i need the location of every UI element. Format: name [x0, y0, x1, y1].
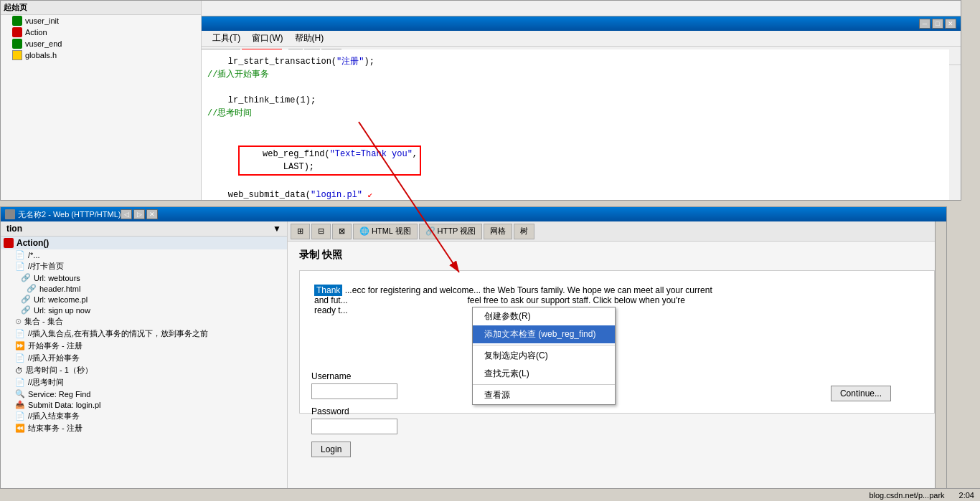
btree-homepage-label: //打卡首页	[28, 261, 64, 272]
web-content-top: Thank ...ecc for registering and welcome…	[314, 285, 920, 315]
http-view-btn[interactable]: 🔗 HTTP 视图	[419, 224, 483, 239]
start-trans-icon: ⏩	[15, 341, 25, 350]
doc-icon: 📄	[15, 250, 25, 259]
username-label: Username	[311, 371, 397, 381]
menu-window[interactable]: 窗口(W)	[246, 31, 288, 46]
context-create-param[interactable]: 创建参数(R)	[473, 307, 615, 325]
html-icon-btn[interactable]: ⊞	[291, 224, 310, 239]
tree-vuser-init[interactable]: vuser_init	[1, 15, 201, 27]
submit-icon: 📤	[15, 400, 25, 409]
username-field: Username	[311, 371, 397, 399]
web-page-area: Thank ...ecc for registering and welcome…	[299, 270, 935, 414]
menu-help[interactable]: 帮助(H)	[289, 31, 330, 46]
btree-comment4[interactable]: 📄 //思考时间	[1, 376, 287, 388]
btree-rendezvous-label: 集合 - 集合	[24, 316, 63, 327]
tree-globals[interactable]: globals.h	[1, 49, 201, 61]
bottom-panel-title: tion	[6, 224, 22, 234]
btree-end-trans-label: 结束事务 - 注册	[28, 423, 83, 434]
code-editor[interactable]: lr_start_transaction("注册"); //插入开始事务 lr_…	[202, 49, 949, 200]
bottom-titlebar: 无名称2 - Web (HTTP/HTML) ◁ ▷ ✕	[1, 207, 946, 221]
btree-comment2-label: //插入集合点,在有插入事务的情况下，放到事务之前	[28, 328, 208, 339]
bottom-title: 无名称2 - Web (HTTP/HTML)	[18, 209, 121, 220]
context-view-source[interactable]: 查看源	[473, 386, 615, 404]
btree-rendezvous[interactable]: ⊙ 集合 - 集合	[1, 315, 287, 328]
bottom-right-panel: ⊞ ⊟ ⊠ 🌐 HTML 视图 🔗 HTTP 视图 网格 树 录制 快照 Tha…	[288, 221, 946, 500]
btree-signup-label: Url: sign up now	[34, 306, 90, 315]
btree-comment[interactable]: 📄 /*...	[1, 249, 287, 260]
btree-start-trans[interactable]: ⏩ 开始事务 - 注册	[1, 340, 287, 352]
context-copy[interactable]: 复制选定内容(C)	[473, 347, 615, 365]
comment-icon-5: 📄	[15, 411, 25, 421]
login-form: Username Password Login	[311, 371, 397, 457]
recording-title: 录制 快照	[299, 249, 935, 262]
btree-reg-find[interactable]: 🔍 Service: Reg Find	[1, 388, 287, 399]
username-input[interactable]	[311, 383, 397, 399]
password-input[interactable]	[311, 419, 397, 434]
url-icon-4: 🔗	[21, 305, 31, 315]
comment-icon-3: 📄	[15, 353, 25, 363]
titlebar-buttons: ─ □ ✕	[919, 19, 956, 29]
action-icon	[12, 27, 22, 37]
btree-think[interactable]: ⏱ 思考时间 - 1（秒）	[1, 364, 287, 376]
btree-welcome-label: Url: welcome.pl	[34, 295, 88, 304]
action-label: Action()	[17, 238, 49, 248]
globals-label: globals.h	[25, 51, 57, 59]
btree-comment5-label: //插入结束事务	[28, 411, 80, 421]
code-line-3	[207, 81, 943, 94]
close-btn[interactable]: ✕	[945, 19, 956, 29]
end-trans-icon: ⏪	[15, 424, 25, 433]
btree-welcome[interactable]: 🔗 Url: welcome.pl	[1, 294, 287, 305]
think-icon: ⏱	[15, 366, 23, 375]
web-text-area: Thank ...ecc for registering and welcome…	[314, 285, 920, 315]
continue-area: Continue...	[831, 386, 891, 401]
vuser-end-label: vuser_end	[25, 39, 62, 48]
bottom-close-btn[interactable]: ✕	[146, 209, 158, 219]
tree-tab-btn[interactable]: 树	[514, 224, 534, 239]
web-body-text3: ready t...	[314, 305, 348, 315]
continue-button[interactable]: Continue...	[831, 386, 891, 401]
bottom-prev-btn[interactable]: ◁	[121, 209, 132, 219]
code-line-5: //思考时间	[207, 107, 943, 120]
bottom-right-toolbar: ⊞ ⊟ ⊠ 🌐 HTML 视图 🔗 HTTP 视图 网格 树	[288, 221, 946, 242]
vuser-init-label: vuser_init	[25, 16, 59, 25]
btree-header[interactable]: 🔗 header.html	[1, 283, 287, 294]
vuser-init-icon	[12, 16, 22, 26]
btree-signup[interactable]: 🔗 Url: sign up now	[1, 305, 287, 315]
btree-webtours[interactable]: 🔗 Url: webtours	[1, 272, 287, 283]
btree-reg-find-label: Service: Reg Find	[28, 390, 90, 399]
url-icon-1: 🔗	[21, 273, 31, 282]
btree-comment2[interactable]: 📄 //插入集合点,在有插入事务的情况下，放到事务之前	[1, 328, 287, 340]
context-add-check[interactable]: 添加文本检查 (web_reg_find)	[473, 325, 615, 343]
btree-comment3[interactable]: 📄 //插入开始事务	[1, 352, 287, 364]
bottom-next-btn[interactable]: ▷	[133, 209, 145, 219]
top-left-header: 起始页	[1, 1, 201, 15]
html-view-btn[interactable]: 🌐 HTML 视图	[353, 224, 418, 239]
btree-think-label: 思考时间 - 1（秒）	[26, 365, 93, 376]
grid-btn[interactable]: 网格	[484, 224, 512, 239]
btree-submit[interactable]: 📤 Submit Data: login.pl	[1, 399, 287, 410]
tree-vuser-end[interactable]: vuser_end	[1, 38, 201, 49]
minimize-btn[interactable]: ─	[919, 19, 930, 29]
password-label: Password	[311, 406, 397, 416]
menu-tools[interactable]: 工具(T)	[207, 31, 246, 46]
bottom-window: 无名称2 - Web (HTTP/HTML) ◁ ▷ ✕ tion ▼ Acti…	[0, 206, 947, 501]
bottom-left-panel: tion ▼ Action() 📄 /*... 📄 //打卡首页 🔗 Url: …	[1, 221, 288, 500]
context-sep1	[473, 345, 615, 345]
context-find[interactable]: 查找元素(L)	[473, 365, 615, 383]
btree-comment5[interactable]: 📄 //插入结束事务	[1, 410, 287, 422]
html-icon-btn3[interactable]: ⊠	[332, 224, 352, 239]
code-line-4: lr_think_time(1);	[207, 94, 943, 107]
code-line-1: lr_start_transaction("注册");	[207, 55, 943, 68]
html-icon-btn2[interactable]: ⊟	[311, 224, 331, 239]
rendezvous-icon: ⊙	[15, 317, 22, 326]
bottom-scrollbar-v[interactable]	[935, 221, 946, 500]
tree-action[interactable]: Action	[1, 27, 201, 38]
btree-comment4-label: //思考时间	[28, 377, 64, 388]
dropdown-icon[interactable]: ▼	[273, 224, 281, 234]
context-sep2	[473, 384, 615, 385]
vuser-end-icon	[12, 39, 22, 49]
login-button[interactable]: Login	[311, 442, 351, 457]
maximize-btn[interactable]: □	[932, 19, 943, 29]
btree-homepage[interactable]: 📄 //打卡首页	[1, 260, 287, 272]
btree-end-trans[interactable]: ⏪ 结束事务 - 注册	[1, 422, 287, 434]
